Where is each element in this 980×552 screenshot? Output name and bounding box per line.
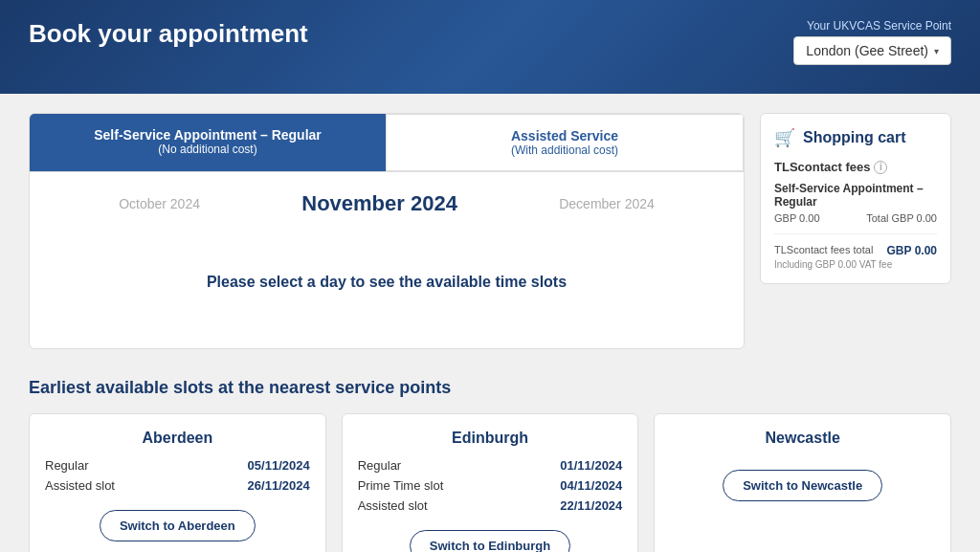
slot-date: 22/11/2024 bbox=[560, 498, 622, 513]
slot-label: Regular bbox=[45, 458, 89, 473]
slot-label: Assisted slot bbox=[45, 478, 115, 493]
slot-row: Assisted slot26/11/2024 bbox=[45, 478, 310, 493]
service-point-dropdown[interactable]: London (Gee Street) ▾ bbox=[793, 36, 951, 65]
slot-date: 26/11/2024 bbox=[248, 478, 310, 493]
calendar-section: Self-Service Appointment – Regular (No a… bbox=[29, 113, 745, 349]
cart-item-total-label: Total GBP 0.00 bbox=[866, 212, 937, 224]
service-card: EdinburghRegular01/11/2024Prime Time slo… bbox=[342, 413, 639, 552]
cart-title: 🛒 Shopping cart bbox=[774, 127, 937, 148]
main-content: Self-Service Appointment – Regular (No a… bbox=[0, 94, 980, 368]
current-month: November 2024 bbox=[301, 191, 457, 216]
cart-section-title: TLScontact fees i bbox=[774, 160, 937, 174]
nearest-title: Earliest available slots at the nearest … bbox=[29, 378, 951, 398]
service-card: NewcastleSwitch to Newcastle bbox=[654, 413, 951, 552]
service-point-label: Your UKVCAS Service Point bbox=[793, 19, 951, 33]
cart-item-price-label: GBP 0.00 bbox=[774, 212, 820, 224]
prev-month[interactable]: October 2024 bbox=[119, 196, 200, 211]
nearest-section: Earliest available slots at the nearest … bbox=[0, 368, 980, 552]
day-select-message: Please select a day to see the available… bbox=[30, 235, 744, 348]
slot-date: 01/11/2024 bbox=[560, 458, 622, 473]
slot-date: 05/11/2024 bbox=[248, 458, 310, 473]
cart-vat-note: Including GBP 0.00 VAT fee bbox=[774, 259, 937, 270]
service-card-title: Newcastle bbox=[670, 430, 935, 447]
tab-bar: Self-Service Appointment – Regular (No a… bbox=[30, 114, 744, 172]
cart-item-name: Self-Service Appointment – Regular bbox=[774, 182, 937, 209]
switch-to-newcastle-button[interactable]: Switch to Newcastle bbox=[723, 470, 882, 501]
slot-label: Regular bbox=[358, 458, 402, 473]
next-month[interactable]: December 2024 bbox=[559, 196, 655, 211]
cart-fees-total-value: GBP 0.00 bbox=[887, 244, 937, 257]
slot-date: 04/11/2024 bbox=[560, 478, 622, 493]
shopping-cart: 🛒 Shopping cart TLScontact fees i Self-S… bbox=[760, 113, 951, 284]
service-card-title: Edinburgh bbox=[358, 430, 623, 447]
slot-label: Assisted slot bbox=[358, 498, 428, 513]
page-title: Book your appointment bbox=[29, 19, 308, 49]
service-point-value: London (Gee Street) bbox=[806, 43, 928, 58]
service-card: AberdeenRegular05/11/2024Assisted slot26… bbox=[29, 413, 326, 552]
info-icon[interactable]: i bbox=[874, 161, 887, 174]
service-card-title: Aberdeen bbox=[45, 430, 310, 447]
slot-row: Regular05/11/2024 bbox=[45, 458, 310, 473]
cart-divider bbox=[774, 233, 937, 234]
tab-self-service[interactable]: Self-Service Appointment – Regular (No a… bbox=[30, 114, 386, 171]
cart-item-price-row: GBP 0.00 Total GBP 0.00 bbox=[774, 212, 937, 224]
slot-label: Prime Time slot bbox=[358, 478, 444, 493]
chevron-down-icon: ▾ bbox=[934, 46, 939, 56]
header: Book your appointment Your UKVCAS Servic… bbox=[0, 0, 980, 94]
tab-assisted-service[interactable]: Assisted Service (With additional cost) bbox=[386, 114, 744, 171]
slot-row: Prime Time slot04/11/2024 bbox=[358, 478, 623, 493]
switch-to-aberdeen-button[interactable]: Switch to Aberdeen bbox=[100, 510, 256, 541]
switch-to-edinburgh-button[interactable]: Switch to Edinburgh bbox=[410, 530, 570, 552]
slot-row: Assisted slot22/11/2024 bbox=[358, 498, 623, 513]
month-navigation: October 2024 November 2024 December 2024 bbox=[30, 172, 744, 235]
cart-icon: 🛒 bbox=[774, 127, 795, 148]
service-point-container: Your UKVCAS Service Point London (Gee St… bbox=[793, 19, 951, 65]
cart-fees-total-label: TLScontact fees total bbox=[774, 244, 873, 257]
slot-row: Regular01/11/2024 bbox=[358, 458, 623, 473]
service-cards: AberdeenRegular05/11/2024Assisted slot26… bbox=[29, 413, 951, 552]
cart-total-row: TLScontact fees total GBP 0.00 bbox=[774, 244, 937, 257]
